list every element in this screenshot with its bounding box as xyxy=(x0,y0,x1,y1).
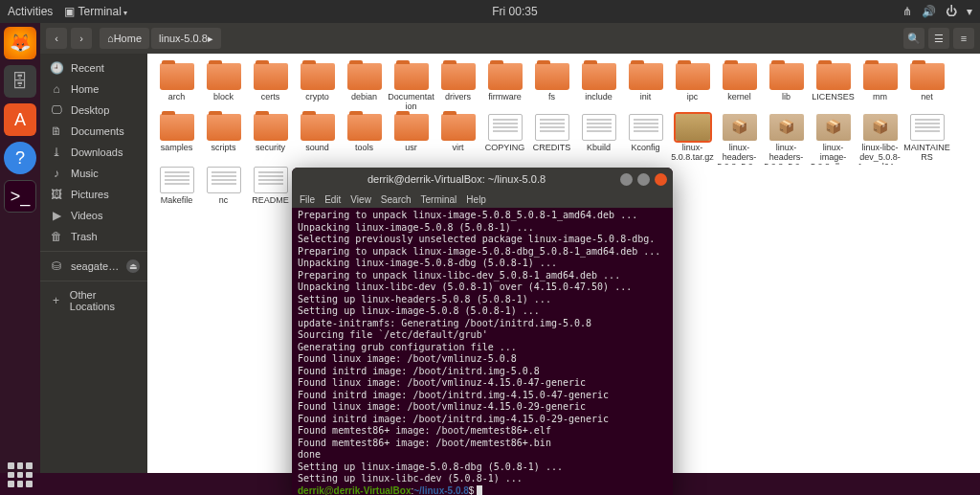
file-item[interactable]: lib xyxy=(763,63,810,112)
file-item[interactable]: Kconfig xyxy=(622,114,669,165)
file-item[interactable]: fs xyxy=(528,63,575,112)
path-current[interactable]: linux-5.0.8 ▸ xyxy=(151,28,221,49)
file-item[interactable]: arch xyxy=(153,63,200,112)
folder-icon xyxy=(301,63,335,90)
search-icon[interactable]: 🔍 xyxy=(903,28,924,49)
folder-icon xyxy=(629,63,663,90)
sound-icon[interactable]: 🔊 xyxy=(922,5,936,18)
file-item[interactable]: crypto xyxy=(294,63,341,112)
file-item[interactable]: init xyxy=(622,63,669,112)
file-item[interactable]: linux-libc-dev_5.0.8-1_amd64… xyxy=(857,114,903,165)
folder-icon xyxy=(488,63,523,90)
session-menu-arrow[interactable]: ▾ xyxy=(967,5,972,18)
menu-terminal[interactable]: Terminal xyxy=(421,194,457,205)
file-item[interactable]: usr xyxy=(388,114,434,165)
menu-help[interactable]: Help xyxy=(466,194,486,205)
sidebar-item-desktop[interactable]: 🖵Desktop xyxy=(40,100,147,121)
forward-button[interactable]: › xyxy=(71,28,92,49)
sidebar-label: Recent xyxy=(71,62,104,74)
file-item[interactable]: Kbuild xyxy=(575,114,622,165)
file-label: README xyxy=(247,196,294,206)
sidebar-item-videos[interactable]: ▶Videos xyxy=(40,205,147,226)
menu-view[interactable]: View xyxy=(350,194,371,205)
file-item[interactable]: scripts xyxy=(200,114,247,165)
file-label: COPYING xyxy=(481,144,528,153)
app-indicator[interactable]: ▣ Terminal▾ xyxy=(64,5,126,18)
file-item[interactable]: linux-image-5.0.8-dbg… xyxy=(810,114,857,165)
sidebar-icon: 🖼 xyxy=(50,188,63,201)
menu-file[interactable]: File xyxy=(300,194,315,205)
sidebar-item-seagate-[interactable]: ⛁seagate… xyxy=(40,256,147,277)
sidebar-item-recent[interactable]: 🕘Recent xyxy=(40,57,147,79)
file-item[interactable]: kernel xyxy=(716,63,763,112)
file-item[interactable]: include xyxy=(575,63,622,112)
file-item[interactable]: samples xyxy=(153,114,200,165)
file-item[interactable]: ipc xyxy=(669,63,716,112)
maximize-icon[interactable] xyxy=(637,173,650,186)
file-item[interactable]: linux-headers-5.0.8_5.0… xyxy=(763,114,810,165)
sidebar-label: Music xyxy=(71,168,99,179)
file-item[interactable]: CREDITS xyxy=(528,114,575,165)
sidebar-icon: ⤓ xyxy=(50,146,63,159)
terminal-titlebar[interactable]: derrik@derrik-VirtualBox: ~/linux-5.0.8 xyxy=(292,168,673,191)
menu-search[interactable]: Search xyxy=(381,194,412,205)
file-label: mm xyxy=(857,93,903,102)
power-icon[interactable]: ⏻ xyxy=(946,5,957,18)
sidebar-icon: ⌂ xyxy=(50,82,63,96)
file-item[interactable]: LICENSES xyxy=(810,63,857,112)
menu-edit[interactable]: Edit xyxy=(324,194,341,205)
sidebar-icon: ▶ xyxy=(50,209,63,222)
minimize-icon[interactable] xyxy=(620,173,633,186)
file-item[interactable]: block xyxy=(200,63,247,112)
sidebar-item-documents[interactable]: 🗎Documents xyxy=(40,121,147,142)
path-home[interactable]: ⌂ Home xyxy=(100,28,149,49)
file-item[interactable]: security xyxy=(247,114,294,165)
file-item[interactable]: MAINTAINERS xyxy=(903,114,950,165)
help-icon[interactable]: ? xyxy=(4,142,36,174)
terminal-launcher-icon[interactable]: >_ xyxy=(4,180,36,213)
close-icon[interactable] xyxy=(655,173,667,186)
activities-button[interactable]: Activities xyxy=(8,5,53,18)
file-item[interactable]: nc xyxy=(200,167,247,206)
file-item[interactable]: COPYING xyxy=(481,114,528,165)
firefox-icon[interactable]: 🦊 xyxy=(4,27,36,59)
file-label: certs xyxy=(247,93,294,102)
file-item[interactable]: mm xyxy=(857,63,903,112)
software-icon[interactable]: A xyxy=(4,103,36,136)
file-item[interactable]: Makefile xyxy=(153,167,200,206)
sidebar-item-other-locations[interactable]: +Other Locations xyxy=(40,285,147,316)
file-label: arch xyxy=(153,93,200,102)
clock[interactable]: Fri 00:35 xyxy=(127,5,902,18)
file-item[interactable]: certs xyxy=(247,63,294,112)
sidebar-item-home[interactable]: ⌂Home xyxy=(40,79,147,100)
file-label: samples xyxy=(153,144,200,153)
sidebar-label: Documents xyxy=(71,125,124,137)
sidebar-item-trash[interactable]: 🗑Trash xyxy=(40,226,147,247)
file-item[interactable]: virt xyxy=(434,114,481,165)
file-item[interactable]: Documentation xyxy=(388,63,434,112)
network-icon[interactable]: ⋔ xyxy=(902,5,912,18)
file-item[interactable]: net xyxy=(903,63,950,112)
file-item[interactable]: firmware xyxy=(481,63,528,112)
file-item[interactable]: tools xyxy=(341,114,388,165)
terminal-output[interactable]: Preparing to unpack linux-image-5.0.8_5.… xyxy=(292,208,673,495)
file-item[interactable]: linux-5.0.8.tar.gz xyxy=(669,114,716,165)
textfile-icon xyxy=(207,167,241,193)
sidebar-icon: 🗑 xyxy=(50,230,63,243)
hamburger-icon[interactable]: ≡ xyxy=(953,28,974,49)
files-icon[interactable]: 🗄 xyxy=(4,65,36,98)
show-applications-icon[interactable] xyxy=(8,462,33,487)
folder-icon xyxy=(769,63,804,90)
file-item[interactable]: debian xyxy=(341,63,388,112)
file-item[interactable]: README xyxy=(247,167,294,206)
file-item[interactable]: linux-headers-5.0.8_5.0… xyxy=(716,114,763,165)
sidebar-item-pictures[interactable]: 🖼Pictures xyxy=(40,184,147,205)
sidebar-label: Trash xyxy=(71,231,98,242)
back-button[interactable]: ‹ xyxy=(46,28,67,49)
folder-icon xyxy=(441,114,476,141)
sidebar-item-downloads[interactable]: ⤓Downloads xyxy=(40,142,147,163)
sidebar-item-music[interactable]: ♪Music xyxy=(40,163,147,184)
view-list-icon[interactable]: ☰ xyxy=(928,28,949,49)
file-item[interactable]: drivers xyxy=(434,63,481,112)
file-item[interactable]: sound xyxy=(294,114,341,165)
